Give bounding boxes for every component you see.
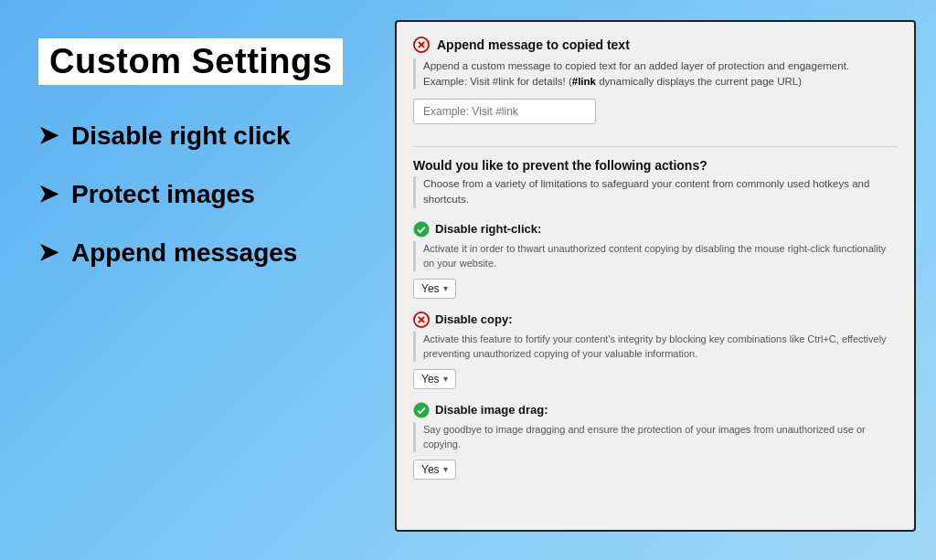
svg-point-3: [414, 221, 429, 236]
option-desc-copy: Activate this feature to fortify your co…: [413, 332, 898, 362]
option-title-copy: Disable copy:: [435, 312, 513, 326]
check-circle-icon-drag: [413, 402, 430, 418]
option-header: Disable image drag:: [413, 402, 898, 418]
feature-label: Disable right click: [71, 122, 291, 151]
select-value-copy: Yes: [421, 373, 440, 386]
option-disable-right-click: Disable right-click: Activate it in orde…: [413, 221, 898, 299]
divider: [413, 146, 898, 147]
option-desc-image-drag: Say goodbye to image dragging and ensure…: [413, 422, 898, 452]
append-desc-bold: #link: [572, 76, 596, 87]
check-circle-icon: [413, 221, 430, 238]
x-circle-icon-copy: [413, 312, 430, 328]
arrow-icon: ➤: [38, 122, 58, 150]
option-title-right-click: Disable right-click:: [435, 222, 541, 236]
feature-label: Append messages: [71, 238, 297, 268]
chevron-down-icon: ▾: [443, 374, 448, 384]
option-disable-image-drag: Disable image drag: Say goodbye to image…: [413, 402, 898, 480]
arrow-icon: ➤: [38, 238, 58, 267]
page-title: Custom Settings: [38, 38, 343, 85]
prevent-section-title: Would you like to prevent the following …: [413, 158, 898, 173]
svg-point-7: [414, 402, 429, 417]
select-right-click[interactable]: Yes ▾: [413, 279, 456, 299]
chevron-down-icon: ▾: [443, 464, 448, 474]
select-value-right-click: Yes: [421, 282, 440, 295]
option-disable-copy: Disable copy: Activate this feature to f…: [413, 312, 898, 389]
append-message-input[interactable]: [413, 99, 596, 124]
arrow-icon: ➤: [38, 180, 58, 208]
left-panel: Custom Settings ➤ Disable right click ➤ …: [20, 20, 367, 277]
append-section-header: Append message to copied text: [413, 37, 898, 53]
option-header: Disable copy:: [413, 312, 898, 328]
select-value-image-drag: Yes: [421, 463, 440, 476]
option-title-image-drag: Disable image drag:: [435, 403, 548, 417]
append-section-title: Append message to copied text: [437, 37, 630, 52]
prevent-section-desc: Choose from a variety of limitations to …: [413, 176, 898, 208]
append-desc-line1: Append a custom message to copied text f…: [423, 60, 849, 71]
feature-list: ➤ Disable right click ➤ Protect images ➤…: [38, 122, 358, 268]
right-panel: Append message to copied text Append a c…: [395, 20, 916, 532]
option-desc-right-click: Activate it in order to thwart unauthori…: [413, 241, 898, 271]
list-item: ➤ Disable right click: [38, 122, 358, 151]
option-header: Disable right-click:: [413, 221, 898, 238]
feature-label: Protect images: [71, 180, 255, 209]
x-circle-icon: [413, 37, 430, 53]
append-description: Append a custom message to copied text f…: [413, 58, 898, 90]
append-desc-line2-prefix: Example: Visit #link for details! (: [423, 76, 572, 87]
list-item: ➤ Append messages: [38, 238, 358, 268]
main-container: Custom Settings ➤ Disable right click ➤ …: [20, 20, 916, 541]
chevron-down-icon: ▾: [443, 283, 448, 293]
list-item: ➤ Protect images: [38, 180, 358, 209]
select-copy[interactable]: Yes ▾: [413, 369, 456, 389]
select-image-drag[interactable]: Yes ▾: [413, 460, 456, 480]
append-desc-line2-suffix: dynamically displays the current page UR…: [596, 76, 802, 87]
